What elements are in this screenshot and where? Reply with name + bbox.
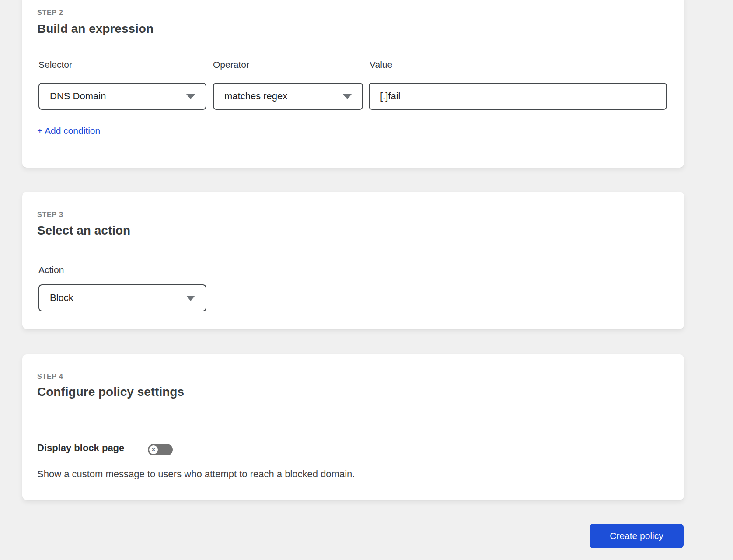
operator-field-label: Operator (213, 60, 249, 70)
chevron-down-icon (186, 296, 195, 301)
step2-label: STEP 2 (37, 9, 63, 17)
selector-dropdown[interactable]: DNS Domain (38, 83, 206, 110)
display-block-page-label: Display block page (37, 442, 124, 454)
step3-title: Select an action (37, 224, 130, 238)
action-dropdown[interactable]: Block (38, 284, 206, 312)
selector-field-label: Selector (38, 60, 72, 70)
step2-title: Build an expression (37, 22, 154, 36)
section-divider (22, 423, 684, 424)
action-dropdown-value: Block (50, 292, 73, 304)
display-block-page-toggle[interactable]: ✕ (148, 444, 173, 455)
chevron-down-icon (343, 94, 352, 99)
create-policy-button[interactable]: Create policy (590, 524, 684, 548)
value-input[interactable] (369, 83, 667, 110)
x-icon: ✕ (151, 447, 156, 452)
step4-label: STEP 4 (37, 373, 63, 381)
add-condition-link[interactable]: + Add condition (37, 126, 100, 136)
operator-dropdown[interactable]: matches regex (213, 83, 363, 110)
step4-title: Configure policy settings (37, 385, 184, 399)
value-field-label: Value (370, 60, 392, 70)
operator-dropdown-value: matches regex (224, 91, 287, 102)
selector-dropdown-value: DNS Domain (50, 91, 106, 102)
chevron-down-icon (186, 94, 195, 99)
display-block-page-description: Show a custom message to users who attem… (37, 469, 355, 480)
action-field-label: Action (38, 265, 64, 275)
step4-card: STEP 4 Configure policy settings Display… (22, 354, 684, 500)
toggle-knob: ✕ (149, 445, 158, 454)
step3-card: STEP 3 Select an action Action Block (22, 192, 684, 329)
step3-label: STEP 3 (37, 211, 63, 219)
step2-card: STEP 2 Build an expression Selector Oper… (22, 0, 684, 168)
